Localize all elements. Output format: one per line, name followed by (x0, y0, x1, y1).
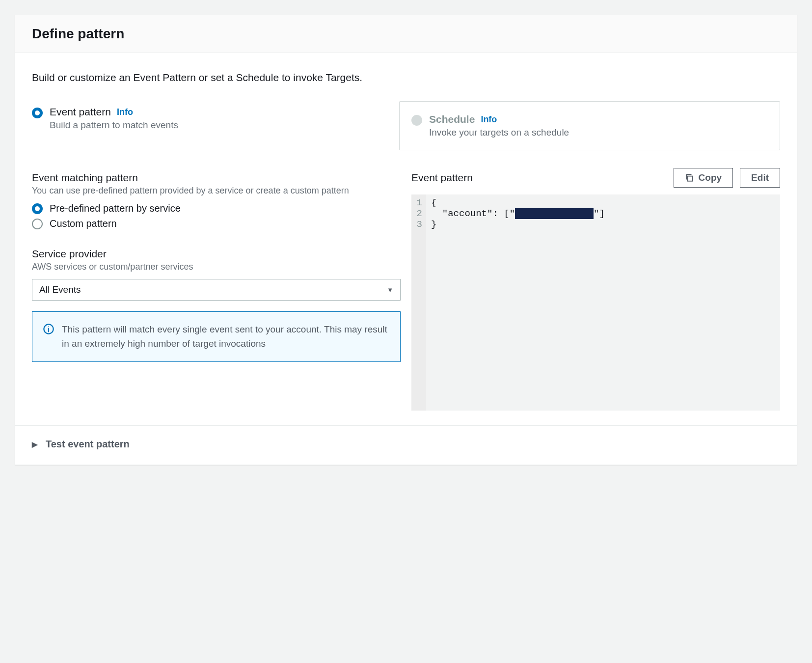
intro-text: Build or customize an Event Pattern or s… (32, 72, 780, 83)
service-provider-select[interactable]: All Events ▼ (32, 279, 401, 301)
svg-point-2 (48, 327, 49, 328)
copy-button[interactable]: Copy (674, 168, 733, 188)
code-body[interactable]: { "account": [""] } (426, 194, 780, 411)
redacted-account-id (515, 208, 594, 219)
provider-sub: AWS services or custom/partner services (32, 261, 401, 273)
code-gutter: 123 (411, 194, 426, 411)
define-pattern-panel: Define pattern Build or customize an Eve… (15, 15, 797, 465)
chevron-right-icon: ▶ (32, 440, 38, 449)
schedule-desc: Invoke your targets on a schedule (429, 127, 569, 138)
radio-unselected-icon (411, 115, 422, 126)
pattern-type-row: Event pattern Info Build a pattern to ma… (32, 101, 780, 150)
schedule-option[interactable]: Schedule Info Invoke your targets on a s… (399, 101, 780, 150)
svg-rect-3 (687, 176, 692, 181)
event-pattern-title: Event pattern (411, 172, 473, 184)
info-alert: This pattern will match every single eve… (32, 311, 401, 362)
panel-body: Build or customize an Event Pattern or s… (15, 53, 797, 425)
schedule-label: Schedule (429, 113, 475, 125)
test-event-pattern-label: Test event pattern (46, 439, 130, 450)
radio-unselected-icon (32, 219, 43, 229)
panel-title: Define pattern (32, 26, 780, 42)
copy-label: Copy (699, 172, 722, 183)
provider-title: Service provider (32, 248, 401, 260)
event-pattern-desc: Build a pattern to match events (50, 120, 178, 131)
provider-selected: All Events (39, 284, 81, 295)
predefined-pattern-radio[interactable]: Pre-defined pattern by service (32, 203, 401, 214)
event-pattern-label: Event pattern (50, 106, 111, 118)
edit-button[interactable]: Edit (740, 168, 780, 188)
custom-label: Custom pattern (50, 218, 117, 229)
test-event-pattern-toggle[interactable]: ▶ Test event pattern (15, 425, 797, 465)
info-icon (43, 324, 54, 351)
panel-header: Define pattern (15, 15, 797, 53)
schedule-info-link[interactable]: Info (481, 114, 497, 125)
chevron-down-icon: ▼ (387, 286, 393, 294)
two-column-layout: Event matching pattern You can use pre-d… (32, 168, 780, 411)
matching-title: Event matching pattern (32, 172, 401, 184)
event-pattern-info-link[interactable]: Info (117, 107, 133, 117)
alert-text: This pattern will match every single eve… (62, 323, 389, 351)
custom-pattern-radio[interactable]: Custom pattern (32, 218, 401, 229)
predefined-label: Pre-defined pattern by service (50, 203, 181, 214)
radio-selected-icon (32, 108, 43, 118)
left-column: Event matching pattern You can use pre-d… (32, 168, 401, 411)
event-pattern-header: Event pattern Copy E (411, 168, 780, 188)
right-column: Event pattern Copy E (411, 168, 780, 411)
event-pattern-option[interactable]: Event pattern Info Build a pattern to ma… (32, 101, 388, 150)
radio-selected-icon (32, 203, 43, 214)
matching-sub: You can use pre-defined pattern provided… (32, 185, 401, 197)
event-pattern-code: 123 { "account": [""] } (411, 194, 780, 411)
copy-icon (685, 173, 694, 182)
edit-label: Edit (751, 172, 769, 183)
